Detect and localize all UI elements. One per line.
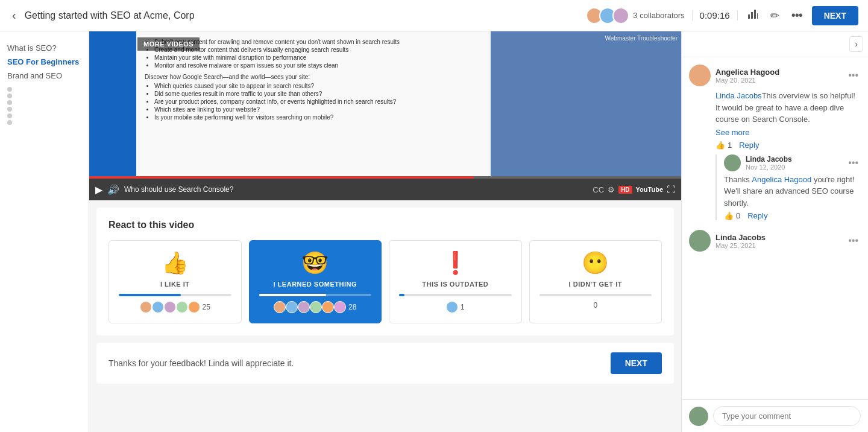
like-button[interactable]: 👍 1 xyxy=(715,141,732,150)
settings-icon[interactable]: ⚙ xyxy=(608,185,615,194)
sidebar-dots xyxy=(7,83,81,129)
like-count: 25 xyxy=(203,303,210,311)
avatar xyxy=(286,301,298,313)
svg-rect-3 xyxy=(757,13,758,19)
didnt-get-avatars: 0 xyxy=(539,301,652,310)
outdated-label: THIS IS OUTDATED xyxy=(399,281,512,288)
more-videos-button[interactable]: MORE VIDEOS xyxy=(137,37,200,51)
comment-avatar xyxy=(689,230,711,252)
didnt-get-emoji: 😶 xyxy=(539,250,652,276)
comment-linda: Linda Jacobs May 25, 2021 ••• xyxy=(689,230,861,252)
avatar xyxy=(164,301,176,313)
like-emoji: 👍 xyxy=(119,250,231,276)
didnt-get-label: I DIDN'T GET IT xyxy=(539,281,652,288)
edit-button[interactable]: ✏ xyxy=(768,7,782,25)
reaction-didnt-get[interactable]: 😶 I DIDN'T GET IT 0 xyxy=(529,240,662,323)
header-left: ‹ Getting started with SEO at Acme, Corp xyxy=(10,6,586,25)
reply-author: Linda Jacobs xyxy=(746,155,841,164)
comment-actions: 👍 1 Reply xyxy=(715,141,861,150)
collaborators: 3 collaborators xyxy=(586,7,684,24)
video-text-item: Monitor and resolve malware or spam issu… xyxy=(154,62,481,69)
layout: What is SEO? SEO For Beginners Brand and… xyxy=(0,31,868,432)
comment-date: May 25, 2021 xyxy=(715,242,841,249)
reply-avatar xyxy=(724,154,741,171)
avatar xyxy=(188,301,200,313)
reply-body: Thanks Angelica Hagood you're right! We'… xyxy=(724,174,861,209)
reaction-outdated[interactable]: ❗ THIS IS OUTDATED 1 xyxy=(389,240,522,323)
more-button[interactable]: ••• xyxy=(789,6,805,25)
learned-bar-container xyxy=(259,294,372,296)
video-discover-item: Did some queries result in more traffic … xyxy=(154,91,481,97)
video-discover-item: Is your mobile site performing well for … xyxy=(154,114,481,121)
avatar xyxy=(152,301,164,313)
comment-more-button[interactable]: ••• xyxy=(846,70,861,81)
like-label: I LIKE IT xyxy=(119,281,231,288)
sidebar: What is SEO? SEO For Beginners Brand and… xyxy=(0,31,89,432)
page-title: Getting started with SEO at Acme, Corp xyxy=(25,10,195,21)
sidebar-item-seo-for-beginners[interactable]: SEO For Beginners xyxy=(7,55,81,69)
back-button[interactable]: ‹ xyxy=(10,6,19,25)
like-bar-container xyxy=(119,294,231,296)
avatar xyxy=(310,301,322,313)
feedback-next-button[interactable]: NEXT xyxy=(611,352,662,374)
chart-button[interactable] xyxy=(745,6,761,25)
video-controls-row: ▶ 🔊 Who should use Search Console? CC ⚙ … xyxy=(89,179,681,200)
avatar xyxy=(298,301,310,313)
reply-actions: 👍 0 Reply xyxy=(724,211,861,220)
see-more-link[interactable]: See more xyxy=(715,128,861,137)
fullscreen-button[interactable]: ⛶ xyxy=(667,185,675,194)
reactions-grid: 👍 I LIKE IT 25 🤓 xyxy=(108,240,662,323)
comments-list: Angelica Hagood May 20, 2021 ••• Linda J… xyxy=(682,57,868,399)
video-progress[interactable] xyxy=(89,176,681,179)
reply-button[interactable]: Reply xyxy=(739,141,759,150)
avatar xyxy=(274,301,286,313)
video-text-item: Create and monitor content that delivers… xyxy=(154,46,481,53)
reply-meta: Linda Jacobs Nov 12, 2020 xyxy=(746,155,841,171)
main-content: Submit new content for crawling and remo… xyxy=(89,31,681,432)
outdated-bar-container xyxy=(399,294,512,296)
learned-count: 28 xyxy=(348,303,356,311)
like-avatars: 25 xyxy=(119,301,231,313)
avatar xyxy=(140,301,152,313)
hd-badge: HD xyxy=(618,186,632,194)
comment-meta: Linda Jacobs May 25, 2021 xyxy=(715,233,841,249)
reply-date: Nov 12, 2020 xyxy=(746,164,841,171)
reply-reply-button[interactable]: Reply xyxy=(747,211,767,220)
comment-input-area xyxy=(682,399,868,432)
reply-more-button[interactable]: ••• xyxy=(846,157,861,168)
like-bar xyxy=(119,294,181,296)
next-button[interactable]: NEXT xyxy=(812,6,858,25)
play-button[interactable]: ▶ xyxy=(95,184,102,195)
sidebar-dot xyxy=(7,100,12,105)
reply-like-button[interactable]: 👍 0 xyxy=(724,211,740,220)
reaction-learned[interactable]: 🤓 I LEARNED SOMETHING 28 xyxy=(249,240,382,323)
volume-button[interactable]: 🔊 xyxy=(107,184,119,195)
outdated-bar xyxy=(399,294,404,296)
sidebar-item-brand-and-seo[interactable]: Brand and SEO xyxy=(7,69,81,83)
video-right-box: Webmaster Troubleshooter xyxy=(491,31,681,176)
avatar xyxy=(322,301,334,313)
comment-author: Angelica Hagood xyxy=(715,68,841,77)
timer: 0:09:16 xyxy=(692,10,738,21)
panel-toggle-button[interactable]: › xyxy=(849,36,863,52)
sidebar-dot xyxy=(7,113,12,118)
cc-icon: CC xyxy=(593,185,604,194)
avatar xyxy=(446,301,458,313)
sidebar-item-what-is-seo[interactable]: What is SEO? xyxy=(7,41,81,55)
video-right-label: Webmaster Troubleshooter xyxy=(605,35,678,42)
avatar xyxy=(176,301,188,313)
video-player[interactable]: Submit new content for crawling and remo… xyxy=(89,31,681,200)
svg-rect-1 xyxy=(751,12,753,19)
reply-indent: Linda Jacobs Nov 12, 2020 ••• Thanks Ang… xyxy=(715,154,861,221)
reply-mention: Angelica Hagood xyxy=(752,175,811,184)
sidebar-dot xyxy=(7,94,12,98)
video-right-controls: CC ⚙ HD YouTube ⛶ xyxy=(593,185,675,194)
video-discover-item: Are your product prices, company contact… xyxy=(154,98,481,105)
video-text-item: Submit new content for crawling and remo… xyxy=(154,39,481,45)
video-progress-fill xyxy=(89,176,474,179)
comment-input[interactable] xyxy=(713,406,861,426)
reaction-like[interactable]: 👍 I LIKE IT 25 xyxy=(108,240,242,323)
comment-more-button[interactable]: ••• xyxy=(846,235,861,246)
comment-meta: Angelica Hagood May 20, 2021 xyxy=(715,68,841,84)
discover-label: Discover how Google Search—and the world… xyxy=(145,74,481,80)
